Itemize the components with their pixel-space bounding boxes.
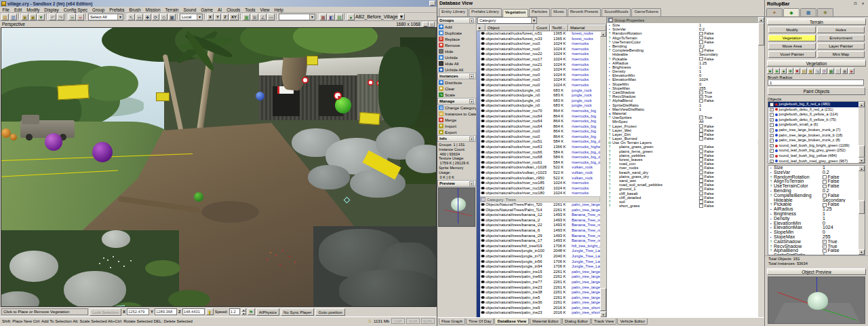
cell-material[interactable]: Jungle_Tree_Large... bbox=[572, 254, 600, 259]
export-button[interactable]: ▲Export bbox=[437, 129, 476, 135]
menu-group[interactable]: Group bbox=[90, 7, 107, 12]
checkbox[interactable] bbox=[699, 149, 703, 153]
checkbox[interactable] bbox=[699, 175, 703, 179]
visibility-eye-icon[interactable] bbox=[480, 223, 486, 228]
property-row[interactable]: ▪SlopeMax255 bbox=[768, 235, 859, 240]
section-header-groups[interactable]: Groups« bbox=[437, 17, 476, 24]
cell-material[interactable]: Banana_Tree_new bbox=[572, 218, 600, 223]
table-row[interactable]: objects/natural/rocks/river_rocks/riverr… bbox=[480, 150, 600, 156]
veg-scale-icon[interactable]: ↘ bbox=[814, 68, 821, 74]
axis-z-button[interactable]: Z bbox=[222, 14, 229, 20]
tab-music[interactable]: Music bbox=[551, 8, 567, 16]
object-properties-scrollbar[interactable]: ▲ ▼ bbox=[859, 166, 865, 255]
table-row[interactable]: objects/natural/rocks/river_rocks/riverr… bbox=[480, 124, 600, 130]
section-header-preview[interactable]: Preview« bbox=[437, 180, 476, 187]
visibility-eye-icon[interactable] bbox=[480, 119, 486, 124]
bottom-tab-vehicle-editor[interactable]: Vehicle Editor bbox=[617, 319, 648, 325]
property-value[interactable]: False bbox=[823, 179, 859, 184]
close-icon[interactable]: ✕ bbox=[860, 1, 866, 7]
visibility-eye-icon[interactable] bbox=[480, 310, 486, 316]
table-row[interactable]: objects/natural/trees/palm_tree/palm_tre… bbox=[480, 280, 600, 285]
menu-display[interactable]: Display bbox=[42, 7, 61, 12]
checkbox[interactable]: ✓ bbox=[770, 154, 774, 158]
visibility-eye-icon[interactable] bbox=[480, 150, 486, 156]
cell-material[interactable]: palm_tree_large bbox=[572, 295, 600, 301]
move-tool-icon[interactable]: ✚ bbox=[144, 14, 151, 20]
table-row[interactable]: objects/natural/trees/banana_tree/banan.… bbox=[480, 218, 600, 223]
property-row[interactable]: ?short_grassFalse bbox=[607, 204, 758, 208]
cell-material[interactable]: riverrocks bbox=[572, 67, 600, 73]
table-row[interactable]: objects/natural/rocks/river_rocks/riverr… bbox=[480, 155, 600, 160]
property-row[interactable]: ?RecvShadow✓True bbox=[768, 244, 859, 249]
table-row[interactable]: objects/natural/rocks/jungle_rocks/jungl… bbox=[480, 103, 600, 109]
cell-material[interactable]: riverrocks_big bbox=[572, 129, 600, 134]
visibility-eye-icon[interactable] bbox=[480, 160, 486, 166]
checkbox[interactable] bbox=[699, 166, 703, 170]
cell-material[interactable]: riverrocks bbox=[572, 52, 600, 57]
property-value[interactable]: 1 bbox=[823, 166, 859, 170]
scroll-thumb[interactable] bbox=[758, 22, 764, 46]
table-row[interactable]: objects/natural/trees/palm_tree/palm_tre… bbox=[480, 285, 600, 291]
table-row[interactable]: objects/natural/trees/palm_tree/palm_tre… bbox=[480, 295, 600, 301]
property-value[interactable]: 1 bbox=[699, 107, 758, 111]
objects-scrollbar[interactable]: ▲ ▼ bbox=[859, 102, 865, 163]
visibility-eye-icon[interactable] bbox=[480, 165, 486, 170]
table-row[interactable]: objects/natural/rocks/river_rocks/wet_pa… bbox=[480, 191, 600, 196]
property-value[interactable]: False bbox=[823, 202, 859, 207]
table-row[interactable]: objects/natural/rocks/river_rocks/riverr… bbox=[480, 134, 600, 140]
menu-file[interactable]: File bbox=[0, 7, 12, 12]
bottom-tab-flow-graph[interactable]: Flow Graph bbox=[439, 319, 465, 325]
filter-icon[interactable]: ▼ bbox=[37, 14, 45, 20]
scale-button[interactable]: ↘Scale bbox=[437, 92, 476, 98]
table-row[interactable]: objects/natural/rocks/river_rocks/inwate… bbox=[480, 67, 600, 73]
visibility-eye-icon[interactable] bbox=[480, 109, 486, 114]
checkbox[interactable] bbox=[823, 249, 827, 253]
property-row[interactable]: ▪Brightness1 bbox=[768, 212, 859, 217]
table-row[interactable]: objects/natural/rocks/vulkan_rocks/vulka… bbox=[480, 165, 600, 170]
window-titlebar[interactable]: village.cry - Sandbox 2 (tm) (x64 Editio… bbox=[0, 0, 437, 7]
scroll-up-icon[interactable]: ▲ bbox=[600, 31, 606, 37]
table-row[interactable]: objects/natural/rocks/vulkan_rocks/vulka… bbox=[480, 176, 600, 181]
menu-help[interactable]: Help bbox=[272, 7, 285, 12]
visibility-eye-icon[interactable] bbox=[480, 218, 486, 223]
menu-prefabs[interactable]: Prefabs bbox=[107, 7, 127, 12]
group-preview-thumbnail[interactable] bbox=[438, 187, 475, 227]
property-value[interactable]: 1 bbox=[823, 212, 859, 217]
property-row[interactable]: ?AlphaBlendFalse bbox=[768, 249, 859, 253]
visibility-eye-icon[interactable] bbox=[480, 31, 486, 37]
goto-flag-icon[interactable]: ⚑ bbox=[248, 308, 255, 315]
table-row[interactable]: objects/natural/trees/banana_tree/banan.… bbox=[480, 223, 600, 228]
property-value[interactable]: 0.2 bbox=[823, 189, 859, 194]
bottom-tab-dialog-editor[interactable]: Dialog Editor bbox=[562, 319, 591, 325]
visibility-eye-icon[interactable] bbox=[480, 249, 486, 254]
veg-random-rotate-icon[interactable]: ⟳ bbox=[821, 68, 827, 74]
cell-material[interactable]: Jungle_Tree_Large... bbox=[572, 249, 600, 254]
rollup-tab-terrain-icon[interactable]: ◆ bbox=[783, 8, 800, 16]
object-preview-viewport[interactable] bbox=[768, 276, 865, 324]
property-value[interactable]: 255 bbox=[823, 235, 859, 240]
veg-add-group-icon[interactable]: ♣ bbox=[767, 68, 773, 74]
property-value[interactable]: False bbox=[823, 249, 859, 253]
veg-remove-icon[interactable]: ✖ bbox=[794, 68, 800, 74]
visibility-eye-icon[interactable] bbox=[480, 259, 486, 265]
property-row[interactable]: ▪SizeVar0.2 bbox=[768, 170, 859, 175]
vegetation-object-item[interactable]: ✓round_leaf_bush_big_grey_green (252) bbox=[768, 148, 859, 153]
visibility-eye-icon[interactable] bbox=[480, 114, 486, 120]
visibility-eye-icon[interactable] bbox=[480, 98, 486, 104]
checkbox[interactable] bbox=[699, 124, 703, 128]
select-area-tool-icon[interactable]: ▭ bbox=[136, 14, 143, 20]
collapse-icon[interactable]: « bbox=[469, 18, 474, 23]
cell-material[interactable]: riverrocks_big bbox=[572, 134, 600, 140]
property-value[interactable]: Secondary bbox=[823, 198, 859, 203]
property-row[interactable]: ▪SlopeMin0 bbox=[768, 230, 859, 235]
scroll-down-icon[interactable]: ▼ bbox=[859, 158, 865, 163]
property-row[interactable]: ?RandomRotationFalse bbox=[768, 175, 859, 180]
cell-material[interactable]: riverrocks_big_dry bbox=[572, 139, 600, 145]
scroll-thumb[interactable] bbox=[859, 145, 865, 158]
unlink-icon[interactable]: ∞ bbox=[77, 14, 84, 20]
export-all-icon[interactable]: ▣ bbox=[29, 14, 37, 20]
checkbox[interactable] bbox=[699, 158, 703, 162]
table-row[interactable]: objects/natural/rocks/river_rocks/wet_pa… bbox=[480, 186, 600, 192]
checkbox[interactable]: ✓ bbox=[699, 115, 703, 120]
table-row[interactable]: objects/natural/rocks/river_rocks/inwate… bbox=[480, 83, 600, 88]
